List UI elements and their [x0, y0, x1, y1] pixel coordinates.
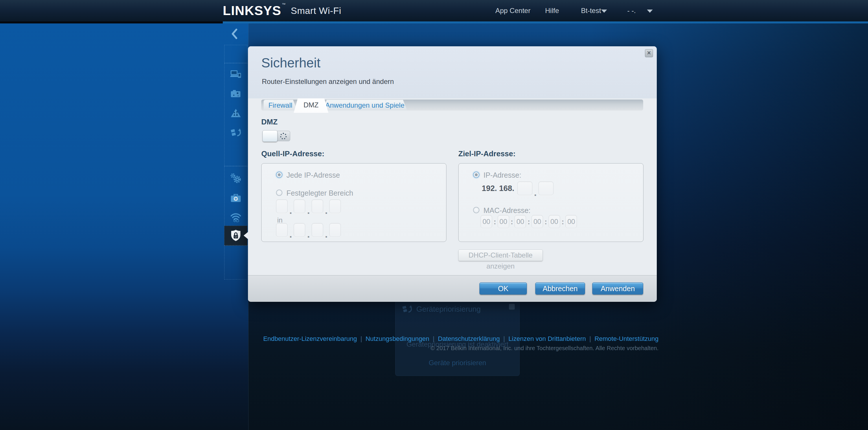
octet-input	[276, 223, 288, 237]
octet-input	[517, 181, 532, 195]
radio-label-ip-address: IP-Adresse:	[484, 171, 521, 179]
toggle-off-track	[276, 131, 290, 141]
tab-dmz-active[interactable]: DMZ	[294, 98, 329, 113]
dot-separator: .	[325, 208, 328, 213]
logo-trademark: ™	[282, 2, 286, 7]
toggle-off-icon	[280, 133, 287, 140]
link-separator: |	[361, 335, 362, 342]
footer-link-privacy[interactable]: Datenschutzerklärung	[438, 335, 500, 342]
cancel-button[interactable]: Abbrechen	[535, 282, 585, 295]
octet-input	[276, 199, 288, 213]
destination-ip-panel: IP-Adresse: 192. 168. . MAC-Adresse: : :…	[458, 163, 644, 242]
sidebar-item-parental-controls[interactable]	[228, 105, 244, 121]
media-prioritization-icon	[402, 304, 412, 314]
sidebar-item-troubleshooting[interactable]	[228, 190, 244, 206]
footer-link-terms[interactable]: Nutzungsbedingungen	[365, 335, 429, 342]
sidebar-empty-slot	[224, 45, 247, 63]
colon-separator: :	[527, 215, 530, 228]
colon-separator: :	[562, 215, 564, 228]
sidebar-item-network-devices[interactable]	[228, 66, 244, 82]
troubleshooting-toolbox-icon	[230, 193, 241, 203]
nav-help[interactable]: Hilfe	[545, 0, 559, 22]
range-to-octets: . . .	[276, 223, 341, 237]
logo-wordmark: LINKSYS	[223, 3, 281, 18]
octet-input	[329, 223, 341, 237]
wifi-settings-icon	[230, 212, 242, 222]
devices-icon	[230, 70, 242, 79]
tab-firewall[interactable]: Firewall	[264, 100, 297, 111]
close-icon: ×	[647, 49, 651, 56]
security-dialog: Sicherheit Router-Einstellungen anzeigen…	[248, 46, 657, 302]
link-separator: |	[589, 335, 591, 342]
top-header-bar: LINKSYS ™ Smart Wi-Fi App Center Hilfe B…	[0, 0, 868, 22]
footer-link-third-party[interactable]: Lizenzen von Drittanbietern	[508, 335, 586, 342]
destination-ip-heading: Ziel-IP-Adresse:	[458, 149, 516, 158]
widget-title: Gerätepriorisierung	[416, 305, 481, 314]
radio-mac-address	[473, 207, 479, 213]
dot-separator: .	[289, 208, 292, 213]
close-button[interactable]: ×	[645, 49, 653, 57]
mac-octet-input	[515, 215, 526, 228]
footer-link-eula[interactable]: Endbenutzer-Lizenzvereinbarung	[263, 335, 357, 342]
octet-input	[329, 199, 341, 213]
source-ip-panel: Jede IP-Adresse Festgelegter Bereich . .…	[261, 163, 446, 242]
parental-controls-warning-icon	[230, 108, 241, 118]
radio-label-mac-address: MAC-Adresse:	[484, 206, 531, 215]
destination-mac-octets: : : : : :	[480, 215, 577, 228]
page-title: Sicherheit	[261, 55, 320, 71]
ok-button[interactable]: OK	[479, 282, 527, 295]
nav-app-center[interactable]: App Center	[495, 0, 530, 22]
octet-input	[294, 199, 305, 213]
sidebar-item-camera[interactable]	[228, 86, 244, 102]
left-page-background	[0, 24, 248, 430]
linksys-logo[interactable]: LINKSYS ™ Smart Wi-Fi	[223, 0, 341, 22]
dot-separator: .	[534, 189, 537, 195]
sidebar-group-features	[224, 63, 247, 166]
octet-input	[538, 181, 554, 195]
mac-octet-input	[565, 215, 577, 228]
link-separator: |	[433, 335, 435, 342]
sidebar-back-button[interactable]	[228, 28, 241, 40]
dhcp-client-table-button-disabled: DHCP-Client-Tabelle anzeigen	[458, 249, 543, 261]
radio-any-ip-selected	[276, 172, 282, 178]
chevron-down-icon[interactable]	[647, 9, 653, 13]
octet-input	[312, 223, 323, 237]
radio-label-any-ip: Jede IP-Adresse	[286, 171, 340, 179]
sidebar-item-connectivity[interactable]	[228, 170, 244, 186]
mac-octet-input	[480, 215, 492, 228]
colon-separator: :	[494, 215, 496, 228]
sidebar-item-wireless[interactable]	[228, 209, 244, 225]
radio-specified-range	[276, 189, 282, 196]
page-footer: Endbenutzer-Lizenzvereinbarung|Nutzungsb…	[263, 335, 658, 351]
dot-separator: .	[307, 208, 310, 213]
settings-gears-icon	[230, 173, 241, 183]
sidebar-item-media-prioritization[interactable]	[228, 124, 244, 141]
nav-router-name[interactable]: Bt-test	[581, 0, 601, 22]
chevron-down-icon[interactable]	[601, 9, 607, 13]
range-from-octets: . . .	[276, 199, 341, 213]
octet-input	[294, 223, 305, 237]
toggle-handle	[262, 130, 277, 142]
page-subtitle: Router-Einstellungen anzeigen und ändern	[262, 78, 394, 86]
nav-user-menu[interactable]: - -.	[627, 0, 636, 22]
dialog-footer-bar: OK Abbrechen Anwenden	[248, 275, 657, 302]
source-ip-heading: Quell-IP-Adresse:	[261, 149, 324, 158]
sidebar-nav	[223, 24, 249, 430]
dmz-toggle-off[interactable]	[262, 130, 290, 142]
dmz-section-heading: DMZ	[261, 118, 277, 126]
sidebar-empty-slot	[224, 245, 247, 279]
active-item-pointer-arrow	[244, 232, 249, 240]
widget-action-link: Geräte priorisieren	[396, 359, 519, 367]
colon-separator: :	[545, 215, 547, 228]
media-prioritization-icon	[230, 128, 241, 137]
dialog-header: Sicherheit Router-Einstellungen anzeigen…	[248, 46, 657, 98]
linksys-smart-wifi-app: LINKSYS ™ Smart Wi-Fi App Center Hilfe B…	[0, 0, 868, 430]
header-accent-strip	[223, 22, 868, 24]
copyright-text: © 2017 Belkin International, Inc. und ih…	[263, 345, 658, 351]
mac-octet-input	[531, 215, 543, 228]
tab-applications-games[interactable]: Anwendungen und Spiele	[322, 100, 407, 111]
footer-link-remote-support[interactable]: Remote-Unterstützung	[595, 335, 658, 342]
security-shield-lock-icon	[228, 227, 244, 244]
apply-button[interactable]: Anwenden	[592, 282, 643, 295]
dot-separator: .	[325, 231, 328, 237]
